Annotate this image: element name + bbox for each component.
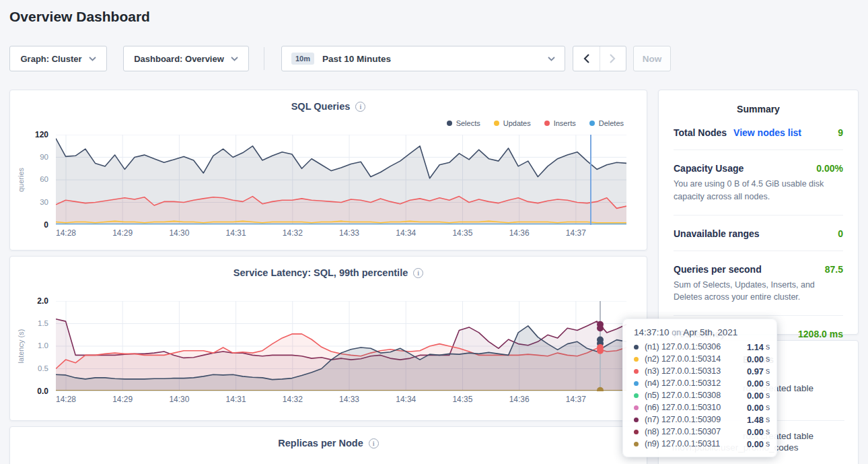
node-color-dot-icon [634, 405, 639, 410]
tooltip-node-row: (n1) 127.0.0.1:503061.14s [634, 341, 768, 353]
service-latency-chart-card: Service Latency: SQL, 99th percentile 0.… [9, 256, 647, 421]
chart-title: Service Latency: SQL, 99th percentile [10, 267, 647, 278]
y-tick-label: 1.5 [12, 319, 48, 327]
time-range-picker[interactable]: 10m Past 10 Minutes [281, 46, 565, 71]
legend-item-selects: Selects [447, 119, 480, 127]
legend-item-updates: Updates [494, 119, 531, 127]
legend-label: Updates [503, 119, 531, 127]
node-latency-value: 0.00 [747, 378, 764, 389]
info-icon[interactable] [355, 102, 365, 112]
node-latency-value: 0.00 [747, 403, 764, 413]
capacity-description: You are using 0 B of 4.5 GiB usable disk… [674, 174, 843, 203]
tooltip-node-row: (n5) 127.0.0.1:503080.00s [634, 389, 768, 401]
x-tick-label: 14:30 [169, 395, 189, 404]
summary-panel: Summary Total Nodes View nodes list 9 Ca… [658, 90, 859, 335]
legend-label: Selects [456, 119, 480, 127]
node-address: (n3) 127.0.0.1:50313 [645, 366, 747, 376]
node-color-dot-icon [634, 430, 639, 434]
x-tick-label: 14:29 [112, 395, 133, 404]
prev-range-button[interactable] [573, 46, 600, 71]
x-tick-label: 14:28 [56, 395, 76, 404]
legend-dot-icon [589, 121, 595, 126]
x-tick-label: 14:36 [509, 228, 530, 238]
info-icon[interactable] [369, 438, 379, 449]
qps-value: 87.5 [825, 264, 843, 275]
time-range-badge: 10m [291, 53, 314, 65]
node-latency-unit: s [766, 378, 770, 388]
chevron-right-icon [610, 54, 616, 63]
legend-dot-icon [544, 121, 550, 126]
y-tick-label: 0.5 [12, 364, 48, 372]
chevron-down-icon [231, 57, 238, 61]
node-address: (n2) 127.0.0.1:50314 [645, 354, 747, 364]
legend-item-inserts: Inserts [544, 119, 576, 127]
sql-queries-chart-card: SQL Queries SelectsUpdatesInsertsDeletes… [9, 90, 647, 251]
node-address: (n6) 127.0.0.1:50310 [645, 403, 747, 412]
node-color-dot-icon [634, 345, 639, 350]
x-tick-label: 14:33 [339, 228, 359, 238]
unavailable-ranges-label: Unavailable ranges [674, 228, 760, 239]
tooltip-on-text: on [672, 328, 681, 337]
page-title: Overview Dashboard [9, 9, 150, 25]
chevron-left-icon [583, 54, 589, 63]
node-latency-unit: s [766, 366, 770, 376]
legend-label: Inserts [554, 119, 576, 127]
y-tick-label: 90 [12, 153, 48, 161]
view-nodes-list-link[interactable]: View nodes list [733, 127, 801, 138]
node-color-dot-icon [634, 418, 639, 422]
tooltip-date: Apr 5th, 2021 [683, 327, 737, 337]
tooltip-node-row: (n3) 127.0.0.1:503130.97s [634, 365, 768, 377]
x-tick-label: 14:35 [452, 395, 472, 404]
summary-row-capacity: Capacity Usage 0.00% [674, 150, 843, 174]
chart-title: Replicas per Node [10, 438, 647, 449]
tooltip-time: 14:37:10 [634, 327, 670, 337]
x-tick-label: 14:31 [226, 228, 246, 238]
service-latency-plot[interactable] [56, 301, 626, 391]
replicas-chart-card: Replicas per Node [9, 426, 647, 464]
y-axis-unit: latency (s) [17, 329, 25, 364]
tooltip-node-row: (n8) 127.0.0.1:503070.00s [634, 426, 768, 438]
now-button[interactable]: Now [633, 46, 671, 71]
chart-title-text: Service Latency: SQL, 99th percentile [233, 267, 408, 278]
x-tick-label: 14:33 [339, 395, 359, 404]
node-latency-value: 0.00 [747, 427, 764, 437]
chart-legend: SelectsUpdatesInsertsDeletes [447, 119, 624, 127]
qps-label: Queries per second [674, 264, 762, 275]
capacity-value: 0.00% [816, 163, 843, 174]
node-latency-value: 0.00 [747, 354, 764, 364]
node-latency-unit: s [766, 403, 770, 412]
node-latency-unit: s [766, 354, 770, 364]
y-tick-label: 120 [12, 130, 48, 139]
x-axis-labels: 14:2814:2914:3014:3114:3214:3314:3414:35… [56, 395, 626, 405]
x-tick-label: 14:36 [509, 395, 530, 404]
node-latency-value: 0.00 [747, 391, 764, 401]
qps-description: Sum of Selects, Updates, Inserts, and De… [674, 275, 843, 304]
x-axis-labels: 14:2814:2914:3014:3114:3214:3314:3414:35… [56, 228, 626, 239]
p99-latency-value: 1208.0 ms [798, 329, 843, 339]
node-color-dot-icon [634, 369, 639, 374]
unavailable-ranges-value: 0 [838, 228, 843, 239]
x-tick-label: 14:28 [56, 228, 76, 238]
node-latency-unit: s [766, 439, 770, 449]
graph-dropdown-label: Graph: Cluster [20, 54, 81, 64]
time-nav-group [573, 46, 626, 71]
info-icon[interactable] [413, 268, 423, 278]
next-range-button[interactable] [600, 46, 626, 71]
x-tick-label: 14:30 [169, 228, 189, 238]
legend-label: Deletes [599, 119, 624, 127]
dashboard-dropdown-label: Dashboard: Overview [134, 54, 224, 64]
node-address: (n5) 127.0.0.1:50308 [645, 391, 747, 400]
graph-dropdown[interactable]: Graph: Cluster [9, 46, 107, 71]
summary-row-unavailable: Unavailable ranges 0 [674, 216, 843, 239]
x-tick-label: 14:35 [452, 228, 472, 238]
chart-title-text: SQL Queries [291, 101, 351, 112]
tooltip-node-row: (n9) 127.0.0.1:503110.00s [634, 438, 768, 450]
legend-dot-icon [447, 121, 452, 126]
node-color-dot-icon [634, 393, 639, 398]
dashboard-dropdown[interactable]: Dashboard: Overview [123, 46, 249, 71]
chart-title-text: Replicas per Node [278, 438, 363, 449]
sql-queries-plot[interactable] [56, 135, 626, 225]
x-tick-label: 14:34 [396, 228, 416, 238]
x-tick-label: 14:32 [283, 228, 303, 238]
node-latency-unit: s [766, 342, 770, 352]
